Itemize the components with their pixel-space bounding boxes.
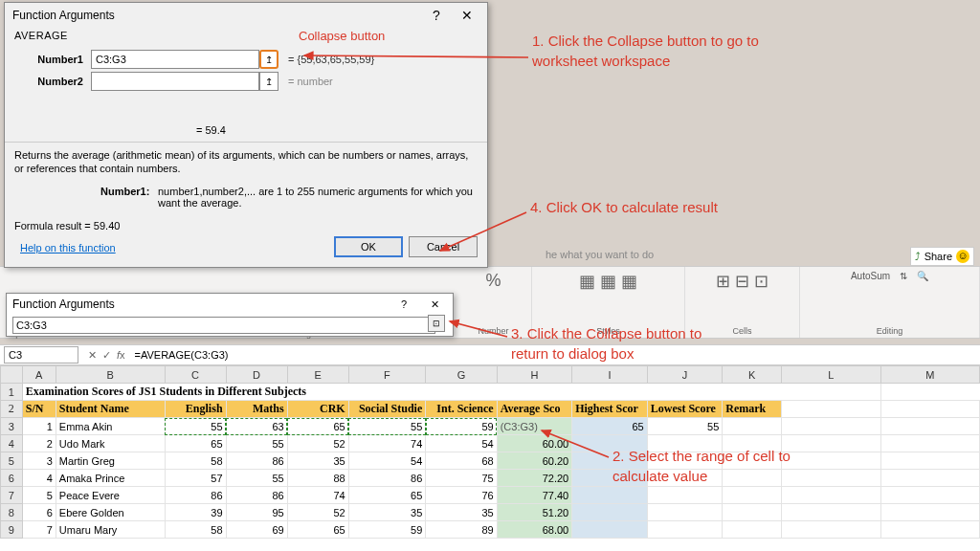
col-header[interactable]: G xyxy=(426,366,497,384)
collapsed-help-icon[interactable]: ? xyxy=(391,295,416,314)
col-header[interactable]: M xyxy=(880,366,979,384)
find-icon[interactable]: 🔍 xyxy=(917,271,928,281)
cancel-formula-icon[interactable]: ✕ xyxy=(88,349,97,362)
collapsed-close-icon[interactable]: ✕ xyxy=(422,295,447,314)
collapsed-input[interactable] xyxy=(12,317,435,334)
col-header[interactable]: J xyxy=(647,366,723,384)
col-header[interactable]: C xyxy=(165,366,226,384)
name-box[interactable] xyxy=(4,346,78,364)
dialog-help-icon[interactable]: ? xyxy=(424,6,449,25)
arg2-preview: = number xyxy=(288,76,333,87)
arg2-label: Number2 xyxy=(14,76,91,87)
dialog-title: Function Arguments xyxy=(12,9,115,22)
table-header: Lowest Score xyxy=(647,401,723,418)
fx-icon[interactable]: fx xyxy=(117,349,125,362)
function-arguments-collapsed: Function Arguments ? ✕ ⊡ xyxy=(6,293,454,337)
calc-preview: = 59.4 xyxy=(5,122,487,138)
arg1-collapse-button[interactable]: ↥ xyxy=(259,50,278,69)
student-name: Martin Greg xyxy=(56,452,165,470)
arg-help-text: number1,number2,... are 1 to 255 numeric… xyxy=(158,186,478,209)
enter-formula-icon[interactable]: ✓ xyxy=(102,349,111,362)
tell-me-text[interactable]: he what you want to do xyxy=(546,249,654,260)
annotation-step3: 3. Click the Collapse button to return t… xyxy=(511,323,731,364)
arg2-input[interactable] xyxy=(91,72,259,91)
arg1-label: Number1 xyxy=(14,54,91,65)
help-link[interactable]: Help on this function xyxy=(11,240,125,255)
table-header: Remark xyxy=(723,401,782,418)
table-header: Maths xyxy=(226,401,287,418)
formula-result-value: 59.40 xyxy=(94,220,121,231)
annotation-step4: 4. Click OK to calculate result xyxy=(530,197,722,217)
table-header: S/N xyxy=(22,401,56,418)
table-header: Highest Scor xyxy=(572,401,648,418)
student-name: Umaru Mary xyxy=(56,521,165,539)
student-name: Udo Mark xyxy=(56,435,165,452)
arg1-preview: = {55,63,65,55,59} xyxy=(288,54,374,65)
col-header[interactable]: K xyxy=(723,366,782,384)
annotation-step1: 1. Click the Collapse button to go to wo… xyxy=(532,31,762,71)
table-header: Average Sco xyxy=(497,401,572,418)
student-name: Peace Evere xyxy=(56,487,165,504)
ok-button[interactable]: OK xyxy=(334,236,403,257)
col-header[interactable]: B xyxy=(56,366,165,384)
function-description: Returns the average (arithmetic mean) of… xyxy=(5,142,487,182)
col-header[interactable]: A xyxy=(22,366,56,384)
col-header[interactable]: E xyxy=(287,366,348,384)
table-header: Int. Science xyxy=(426,401,497,418)
collapsed-title: Function Arguments xyxy=(12,298,115,311)
col-header[interactable]: D xyxy=(226,366,287,384)
annotation-step2: 2. Select the range of cell to calculate… xyxy=(612,446,842,486)
col-header[interactable]: H xyxy=(497,366,572,384)
autosum-label[interactable]: AutoSum xyxy=(851,271,890,281)
formula-result-label: Formula result = xyxy=(14,220,91,231)
table-header: Social Studie xyxy=(348,401,426,418)
student-name: Amaka Prince xyxy=(56,470,165,487)
student-name: Ebere Golden xyxy=(56,504,165,521)
function-name: AVERAGE xyxy=(5,28,487,43)
collapsed-expand-button[interactable]: ⊡ xyxy=(428,315,445,332)
arg-help-label: Number1: xyxy=(100,186,158,209)
col-header[interactable]: I xyxy=(572,366,648,384)
annotation-collapse-label: Collapse button xyxy=(299,29,385,43)
sheet-title: Examination Scores of JS1 Students in Di… xyxy=(22,384,880,401)
table-header: English xyxy=(165,401,226,418)
share-button[interactable]: ⤴ Share ☺ xyxy=(910,247,974,266)
student-name: Emma Akin xyxy=(56,418,165,435)
cancel-button[interactable]: Cancel xyxy=(409,236,478,257)
styles-icon: ▦ ▦ ▦ xyxy=(579,271,637,292)
table-header: CRK xyxy=(287,401,348,418)
cells-icon: ⊞ ⊟ ⊡ xyxy=(716,271,768,292)
dialog-close-icon[interactable]: ✕ xyxy=(455,6,479,25)
arg1-input[interactable] xyxy=(91,50,259,69)
sort-filter-icon[interactable]: ⇅ xyxy=(900,271,907,281)
function-arguments-dialog: Function Arguments ? ✕ AVERAGE Number1 ↥… xyxy=(4,2,488,268)
arg2-collapse-button[interactable]: ↥ xyxy=(259,72,278,91)
col-header[interactable]: F xyxy=(348,366,426,384)
col-header[interactable]: L xyxy=(782,366,880,384)
table-header: Student Name xyxy=(56,401,165,418)
number-format-icon: % xyxy=(485,271,501,291)
formula-bar: ✕ ✓ fx xyxy=(0,344,980,365)
